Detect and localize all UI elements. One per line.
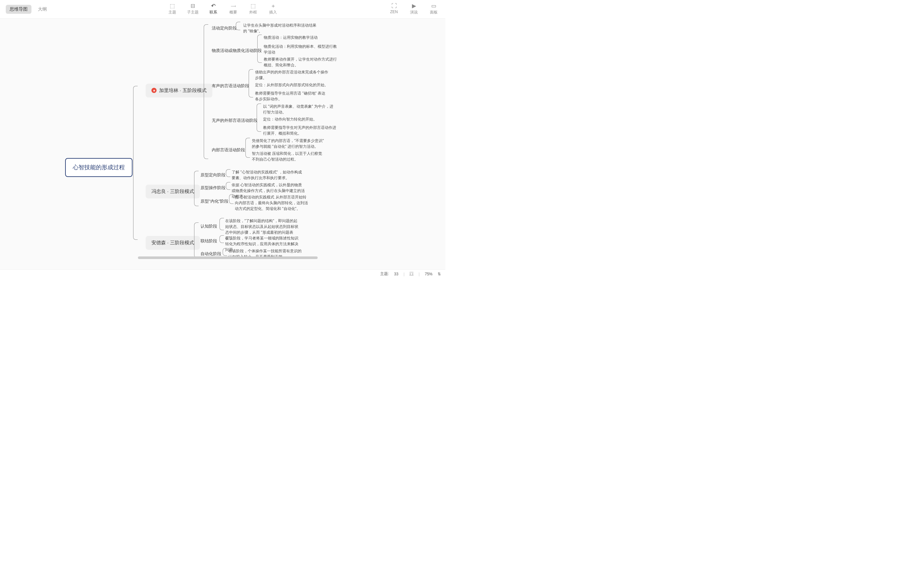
b3-s3[interactable]: 自动化阶段 [200,251,221,257]
b1-s2-d2[interactable]: 物质化活动：利用实物的标本、模型进行教学活动 [264,44,338,55]
tab-outline[interactable]: 大纲 [34,5,51,14]
status-divider: | [404,272,405,276]
panel-button[interactable]: ▭ 面板 [429,3,439,15]
center-toolbar: ⬚ 主题 ⊟ 子主题 ↶ 联系 ⟞ 概要 ⬚ 外框 ＋ 插入 [167,3,278,15]
tool-relation[interactable]: ↶ 联系 [208,3,218,15]
b3-s2-brace [220,235,224,243]
b1-s1[interactable]: 活动定向阶段 [212,25,237,31]
zen-icon: ⛶ [391,3,397,9]
b1-s3-d3[interactable]: 教师需要指导学生运用言语 "确切地" 表达各步实际动作。 [255,90,329,102]
b1-s4[interactable]: 无声的外部言语活动阶段 [212,117,258,124]
b1-s2[interactable]: 物质活动或物质化活动阶段 [212,47,262,54]
branch-galperin[interactable]: ★ 加里培林 · 五阶段模式 [145,84,212,97]
b1-s2-d1[interactable]: 物质活动：运用实物的教学活动 [264,35,318,40]
tool-label: 演说 [410,10,418,15]
b1-s5-d2[interactable]: 智力活动被 压缩和简化，以至于人们察觉不到自己心智活动的过程。 [252,151,326,162]
root-topic[interactable]: 心智技能的形成过程 [65,158,132,177]
insert-icon: ＋ [270,3,276,9]
tool-summary[interactable]: ⟞ 概要 [228,3,238,15]
boundary-icon: ⬚ [250,3,256,9]
b2-s1-brace [226,169,230,177]
b1-s1-brace [236,22,240,30]
tool-label: 面板 [430,10,438,15]
b1-s4-brace [257,103,261,132]
branch-label: 冯忠良 · 三阶段模式 [152,188,194,195]
view-mode-tabs: 思维导图 大纲 [3,5,51,14]
tool-label: ZEN [390,10,398,14]
right-toolbar: ⛶ ZEN ▶ 演说 ▭ 面板 [389,3,442,15]
zoom-level[interactable]: 75% [425,272,433,276]
topics-label: 主题: [380,271,389,277]
b1-s3[interactable]: 有声的言语活动阶段 [212,83,249,89]
b1-s4-d2[interactable]: 定位：动作向智力转化的开始。 [263,116,317,122]
root-brace [133,86,137,240]
tool-boundary[interactable]: ⬚ 外框 [248,3,258,15]
tool-label: 联系 [210,10,217,15]
tool-topic[interactable]: ⬚ 主题 [167,3,178,15]
summary-icon: ⟞ [231,3,236,9]
status-bar: 主题: 33 | ⿴ | 75% ⇅ [0,269,445,278]
b3-s3-brace [223,248,227,256]
tab-mindmap[interactable]: 思维导图 [6,5,31,14]
branch-feng[interactable]: 冯忠良 · 三阶段模式 [145,185,200,198]
zen-button[interactable]: ⛶ ZEN [389,3,399,15]
b1-s5[interactable]: 内部言语活动阶段 [212,147,245,153]
b3-s1-brace [220,218,224,230]
b3-brace [194,222,199,258]
b1-s1-d1[interactable]: 让学生在头脑中形成对活动程序和活动结果的 "映像"。 [243,23,317,34]
tool-subtopic[interactable]: ⊟ 子主题 [187,3,199,15]
b3-s2[interactable]: 联结阶段 [200,238,217,244]
b2-s1[interactable]: 原型定向阶段 [200,172,226,178]
b2-s3-brace [229,194,234,204]
b1-brace [204,24,208,159]
branch-anderson[interactable]: 安德森 · 三阶段模式 [145,236,200,250]
b1-s5-d1[interactable]: 凭借简化了的内部言语，"不需要多少意识" 的参与就能 "自动化" 进行的智力活动… [252,138,326,149]
tool-label: 外框 [249,10,257,15]
top-toolbar: 思维导图 大纲 ⬚ 主题 ⊟ 子主题 ↶ 联系 ⟞ 概要 ⬚ 外框 ＋ 插入 ⛶ [0,0,445,19]
b1-s4-d3[interactable]: 教师需要指导学生对无声的外部言语动作进行展开、概括和简化。 [263,125,337,136]
b1-s5-brace [246,138,250,158]
topic-icon: ⬚ [170,3,175,9]
b2-s2-brace [226,182,230,190]
b2-s3-d1[interactable]: 指 心智活动的实践模式 从外部言语开始转向内部言语，最终向头脑内部转化，达到活动… [235,194,309,211]
pitch-button[interactable]: ▶ 演说 [409,3,419,15]
zoom-stepper-icon[interactable]: ⇅ [438,272,441,276]
b1-s2-brace [257,35,262,63]
subtopic-icon: ⊟ [191,3,195,9]
minimap-icon[interactable]: ⿴ [410,272,414,276]
play-icon: ▶ [412,3,416,9]
b2-s1-d1[interactable]: 了解 "心智活动的实践模式" ，如动作构成要素、动作执行次序和执行要求。 [232,169,305,181]
tool-label: 主题 [168,10,176,15]
mindmap-canvas[interactable]: 心智技能的形成过程 ★ 加里培林 · 五阶段模式 活动定向阶段 让学生在头脑中形… [0,19,445,269]
topics-count: 33 [394,272,398,276]
b2-s3[interactable]: 原型"内化"阶段 [200,198,228,205]
b1-s4-d1[interactable]: 以 "词的声音表象、动觉表象" 为中介，进行智力活动。 [263,103,337,115]
b2-brace [194,171,199,206]
panel-icon: ▭ [431,3,436,9]
b1-s3-d2[interactable]: 定位：从外部形式向内部形式转化的开始。 [255,82,328,88]
b1-s2-d3[interactable]: 教师要将动作展开，让学生对动作方式进行概括、简化和整合。 [264,56,338,68]
branch-label: 加里培林 · 五阶段模式 [159,87,207,94]
branch-label: 安德森 · 三阶段模式 [152,239,194,247]
b1-s3-brace [249,69,253,97]
star-icon: ★ [152,88,157,93]
relation-icon: ↶ [211,3,216,9]
b2-s2[interactable]: 原型操作阶段 [200,185,226,191]
tool-label: 概要 [229,10,237,15]
tool-label: 插入 [269,10,277,15]
tool-insert[interactable]: ＋ 插入 [268,3,278,15]
b1-s3-d1[interactable]: 借助出声的的外部言语活动来完成各个操作步骤。 [255,69,329,81]
b3-s1[interactable]: 认知阶段 [200,223,217,229]
tool-label: 子主题 [187,10,199,15]
horizontal-scrollbar[interactable] [138,256,318,259]
status-divider: | [419,272,420,276]
